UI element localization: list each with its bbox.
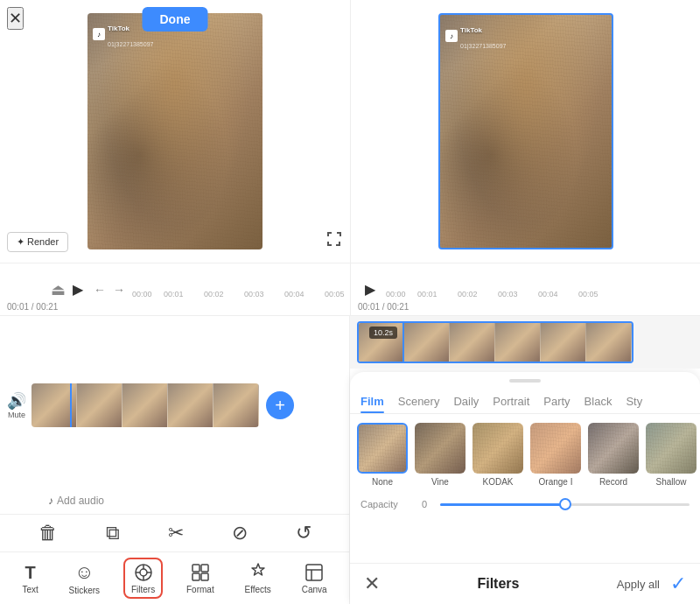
add-track-button[interactable]: +	[266, 391, 294, 419]
text-icon: T	[24, 563, 35, 583]
done-button[interactable]: Done	[143, 7, 208, 32]
svg-point-1	[140, 569, 147, 576]
filter-record[interactable]: Record	[588, 423, 639, 487]
rtick-5: 00:05	[578, 290, 598, 298]
filter-orange[interactable]: Orange I	[530, 423, 581, 487]
render-button[interactable]: ✦ Render	[7, 232, 68, 252]
svg-rect-7	[201, 565, 208, 572]
eject-icon[interactable]: ⏏	[51, 280, 66, 299]
frame-1	[77, 383, 122, 427]
left-editor: 🔊 Mute + ♪ Add audio 🗑 ⧉ ✂	[0, 316, 350, 604]
tiktok-watermark-right: ♪ TikTok 01|32271385097	[445, 20, 506, 52]
stickers-icon: ☺	[74, 561, 94, 584]
toolbar-item-format[interactable]: Format	[179, 558, 221, 598]
right-video-area: ♪ TikTok 01|32271385097	[351, 0, 700, 263]
timeline-controls-left: 00:01 / 00:21 ⏏ ▶ ← → 00:00 00:01 00:02 …	[0, 263, 350, 315]
mask-tool[interactable]: ⊘	[232, 522, 248, 544]
mini-frame-4	[541, 323, 586, 362]
tiktok-text-left: TikTok	[108, 25, 130, 32]
audio-track-row: ♪ Add audio	[0, 491, 349, 514]
right-video-panel: ♪ TikTok 01|32271385097 00:01 / 00:21 ▶ …	[350, 0, 700, 315]
play-button-left[interactable]: ▶	[73, 281, 83, 298]
mini-frame-1	[404, 323, 450, 362]
filter-vine-label: Vine	[431, 477, 449, 487]
left-video-area: ✕ Done ♪ TikTok 01|32271385097 ✦ Render	[0, 0, 350, 263]
filters-label: Filters	[131, 585, 155, 594]
filter-tab-portrait[interactable]: Portrait	[493, 390, 529, 413]
close-button[interactable]: ✕	[7, 7, 24, 30]
filter-confirm-button[interactable]: ✓	[670, 572, 686, 595]
mute-button[interactable]: 🔊 Mute	[7, 391, 26, 419]
tiktok-logo-right: ♪	[445, 30, 458, 42]
svg-rect-10	[306, 565, 322, 580]
redo-button[interactable]: →	[113, 283, 125, 297]
track-area: 🔊 Mute +	[0, 316, 349, 491]
filter-drag-handle[interactable]	[509, 379, 541, 383]
capacity-slider[interactable]	[440, 503, 690, 506]
left-video-panel: ✕ Done ♪ TikTok 01|32271385097 ✦ Render	[0, 0, 350, 315]
filter-record-thumb	[588, 423, 639, 474]
rotate-tool[interactable]: ↺	[296, 522, 312, 544]
rtick-3: 00:03	[498, 290, 518, 298]
filter-vine[interactable]: Vine	[415, 423, 466, 487]
video-id-left: 01|32271385097	[108, 41, 153, 47]
undo-button[interactable]: ←	[94, 283, 106, 297]
toolbar-item-filters[interactable]: Filters	[123, 558, 163, 599]
toolbar-item-text[interactable]: T Text	[15, 559, 45, 598]
rtick-0: 00:00	[386, 290, 406, 298]
mini-playhead	[402, 323, 404, 362]
cut-tool[interactable]: ✂	[168, 522, 184, 544]
apply-all-button[interactable]: Apply all	[617, 578, 660, 591]
tick-2: 00:02	[204, 290, 224, 298]
slider-fill	[440, 503, 565, 506]
mute-icon: 🔊	[7, 391, 26, 411]
fullscreen-button[interactable]	[326, 230, 343, 252]
toolbar-item-canva[interactable]: Canva	[295, 558, 334, 598]
mini-frame-5	[586, 323, 632, 362]
playhead	[70, 383, 72, 427]
filter-record-label: Record	[599, 477, 627, 487]
video-id-right: 01|32271385097	[460, 43, 506, 49]
filter-none[interactable]: None	[357, 423, 408, 487]
format-icon	[190, 562, 211, 583]
toolbar-item-effects[interactable]: Effects	[237, 558, 277, 598]
capacity-row: Capacity 0	[350, 495, 700, 516]
timeline-ruler-right: 00:00 00:01 00:02 00:03 00:04 00:05	[386, 281, 694, 298]
delete-tool[interactable]: 🗑	[38, 522, 58, 544]
filter-kodak[interactable]: KODAK	[472, 423, 523, 487]
track-frames	[32, 383, 259, 427]
filter-content: Film Scenery Daily Portrait Party Black …	[350, 372, 700, 604]
svg-rect-8	[192, 573, 200, 580]
time-display-right: 00:01 / 00:21	[358, 302, 409, 312]
frame-4	[214, 383, 259, 427]
filter-tabs: Film Scenery Daily Portrait Party Black …	[350, 390, 700, 414]
filter-tab-film[interactable]: Film	[360, 390, 384, 413]
play-button-right[interactable]: ▶	[365, 281, 375, 298]
toolbar-item-stickers[interactable]: ☺ Stickers	[62, 558, 108, 599]
filter-none-label: None	[372, 477, 393, 487]
filter-close-button[interactable]: ✕	[364, 572, 380, 595]
capacity-label: Capacity	[360, 499, 409, 509]
filter-shallow[interactable]: Shallow	[646, 423, 696, 487]
mini-duration-badge: 10.2s	[369, 327, 397, 339]
filter-tab-sty[interactable]: Sty	[626, 390, 642, 413]
filter-shallow-label: Shallow	[655, 477, 686, 487]
mini-track: 10.2s	[350, 316, 700, 369]
filter-none-thumb	[357, 423, 408, 474]
filter-orange-label: Orange I	[539, 477, 573, 487]
svg-rect-6	[192, 565, 200, 572]
filter-shallow-thumb	[646, 423, 696, 474]
tick-0: 00:00	[132, 290, 152, 298]
slider-thumb[interactable]	[559, 498, 571, 510]
copy-tool[interactable]: ⧉	[106, 522, 120, 544]
add-audio-label[interactable]: Add audio	[57, 495, 104, 507]
filter-tab-party[interactable]: Party	[543, 390, 570, 413]
filter-thumbs: None Vine KODAK	[350, 414, 700, 495]
filter-tab-black[interactable]: Black	[584, 390, 612, 413]
filter-tab-scenery[interactable]: Scenery	[398, 390, 440, 413]
rtick-4: 00:04	[538, 290, 558, 298]
tick-3: 00:03	[244, 290, 264, 298]
filter-tab-daily[interactable]: Daily	[453, 390, 479, 413]
mini-track-frames: 10.2s	[357, 321, 634, 363]
format-label: Format	[186, 585, 214, 594]
